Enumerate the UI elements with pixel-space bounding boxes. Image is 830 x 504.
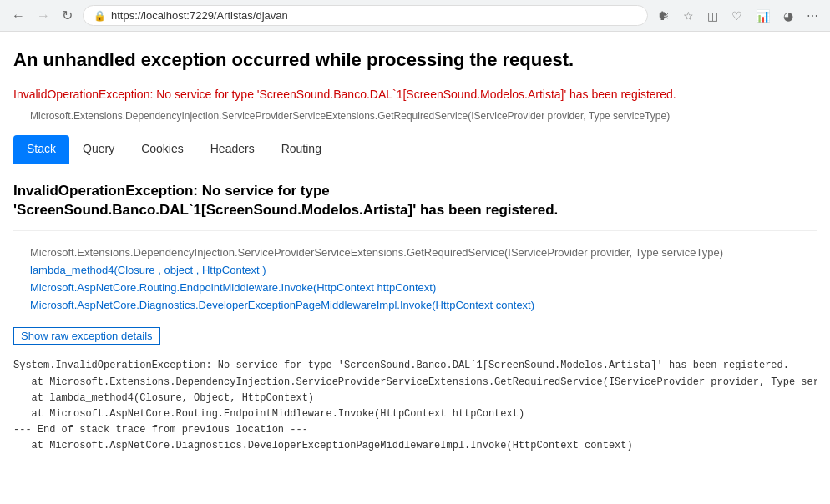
browser-actions: 🗣 ☆ ◫ ♡ 📊 ◕ ⋯ (655, 8, 822, 24)
stack-trace-container: Microsoft.Extensions.DependencyInjection… (30, 244, 817, 314)
exception-section: InvalidOperationException: No service fo… (13, 181, 817, 315)
forward-button[interactable]: → (33, 7, 53, 25)
raw-exception-text: System.InvalidOperationException: No ser… (13, 358, 817, 454)
error-type-text: InvalidOperationException: No service fo… (13, 86, 817, 103)
split-screen-button[interactable]: ◫ (704, 8, 721, 24)
tab-stack[interactable]: Stack (13, 135, 69, 164)
lock-icon: 🔒 (94, 10, 106, 22)
tabs-bar: Stack Query Cookies Headers Routing (13, 135, 817, 164)
page-content: An unhandled exception occurred while pr… (0, 32, 830, 471)
tab-query[interactable]: Query (69, 135, 128, 164)
browser-chrome: ← → ↻ 🔒 https://localhost:7229/Artistas/… (0, 0, 830, 32)
exception-heading: InvalidOperationException: No service fo… (13, 181, 817, 232)
exception-heading-line1: InvalidOperationException: No service fo… (13, 183, 330, 199)
exception-heading-line2: 'ScreenSound.Banco.DAL`1[ScreenSound.Mod… (13, 202, 558, 218)
tab-headers[interactable]: Headers (197, 135, 268, 164)
stack-location-text: Microsoft.Extensions.DependencyInjection… (30, 110, 817, 122)
tab-cookies[interactable]: Cookies (128, 135, 197, 164)
stack-line-0: Microsoft.Extensions.DependencyInjection… (30, 244, 817, 262)
menu-button[interactable]: ⋯ (803, 8, 822, 24)
bookmark-button[interactable]: ♡ (728, 8, 746, 24)
stack-line-2: Microsoft.AspNetCore.Routing.EndpointMid… (30, 280, 817, 297)
nav-buttons: ← → ↻ (8, 6, 76, 25)
back-button[interactable]: ← (8, 7, 28, 25)
url-text: https://localhost:7229/Artistas/djavan (111, 9, 288, 22)
page-main-title: An unhandled exception occurred while pr… (13, 48, 817, 73)
favorites-button[interactable]: ☆ (680, 8, 697, 24)
stack-line-1: lambda_method4(Closure , object , HttpCo… (30, 262, 817, 280)
collections-button[interactable]: 📊 (752, 8, 773, 24)
reload-button[interactable]: ↻ (58, 6, 76, 25)
address-bar[interactable]: 🔒 https://localhost:7229/Artistas/djavan (83, 5, 648, 26)
stack-line-3: Microsoft.AspNetCore.Diagnostics.Develop… (30, 297, 817, 315)
raw-exception-link[interactable]: Show raw exception details (13, 327, 160, 345)
read-aloud-button[interactable]: 🗣 (655, 8, 673, 24)
tab-routing[interactable]: Routing (268, 135, 335, 164)
extensions-button[interactable]: ◕ (780, 8, 797, 24)
